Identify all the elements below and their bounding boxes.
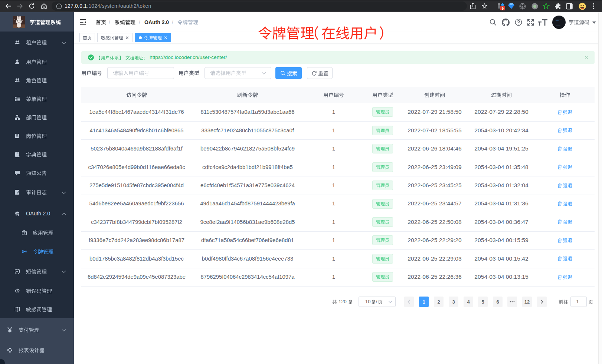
svg-text:9: 9 bbox=[502, 6, 504, 10]
